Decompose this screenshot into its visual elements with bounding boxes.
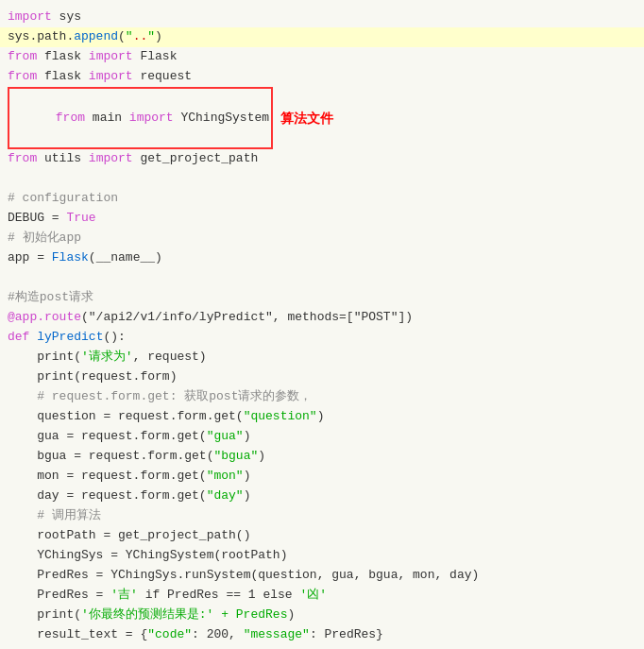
code-line-gua: gua = request.form.get("gua") — [0, 427, 644, 447]
keyword: import — [8, 8, 52, 27]
code-line-empty-3 — [0, 645, 644, 649]
code-line-day: day = request.form.get("day") — [0, 487, 644, 506]
code-line-print1: print('请求为', request) — [0, 348, 644, 367]
code-line-debug: DEBUG = True — [0, 209, 644, 229]
code-line-ychingsys: YChingSys = YChingSystem(rootPath) — [0, 546, 644, 566]
code-line-comment-init: # 初始化app — [0, 229, 644, 248]
code-line-mon: mon = request.form.get("mon") — [0, 467, 644, 487]
code-line-decorator: @app.route("/api2/v1/info/lyPredict", me… — [0, 308, 644, 328]
code-line-5: from main import YChingSystem 算法文件 — [0, 87, 644, 149]
code-line-3: from flask import Flask — [0, 47, 644, 67]
code-line-rootpath: rootPath = get_project_path() — [0, 526, 644, 546]
code-line-predres2: PredRes = '吉' if PredRes == 1 else '凶' — [0, 586, 644, 606]
boxed-import: from main import YChingSystem — [8, 87, 273, 149]
code-line-comment-form: # request.form.get: 获取post请求的参数， — [0, 387, 644, 407]
code-line-app: app = Flask(__name__) — [0, 248, 644, 268]
code-line-2: sys.path.append("..") — [0, 27, 644, 47]
code-line-predres: PredRes = YChingSys.runSystem(question, … — [0, 566, 644, 586]
code-line-def: def lyPredict(): — [0, 328, 644, 348]
code-line-print3: print('你最终的预测结果是:' + PredRes) — [0, 606, 644, 625]
code-block: import sys sys.path.append("..") from fl… — [0, 0, 644, 649]
code-line-empty-2 — [0, 268, 644, 288]
annotation-label: 算法文件 — [280, 108, 333, 128]
code-line-empty-1 — [0, 169, 644, 189]
code-line-6: from utils import get_project_path — [0, 149, 644, 169]
code-line-1: import sys — [0, 8, 644, 27]
code-line-comment-config: # configuration — [0, 189, 644, 209]
code-line-question: question = request.form.get("question") — [0, 407, 644, 427]
code-line-comment-algo: # 调用算法 — [0, 506, 644, 526]
code-line-4: from flask import request — [0, 67, 644, 87]
code-line-print2: print(request.form) — [0, 367, 644, 387]
code-line-bgua: bgua = request.form.get("bgua") — [0, 447, 644, 467]
code-line-comment-post: #构造post请求 — [0, 288, 644, 308]
code-line-result-text: result_text = {"code": 200, "message": P… — [0, 625, 644, 645]
